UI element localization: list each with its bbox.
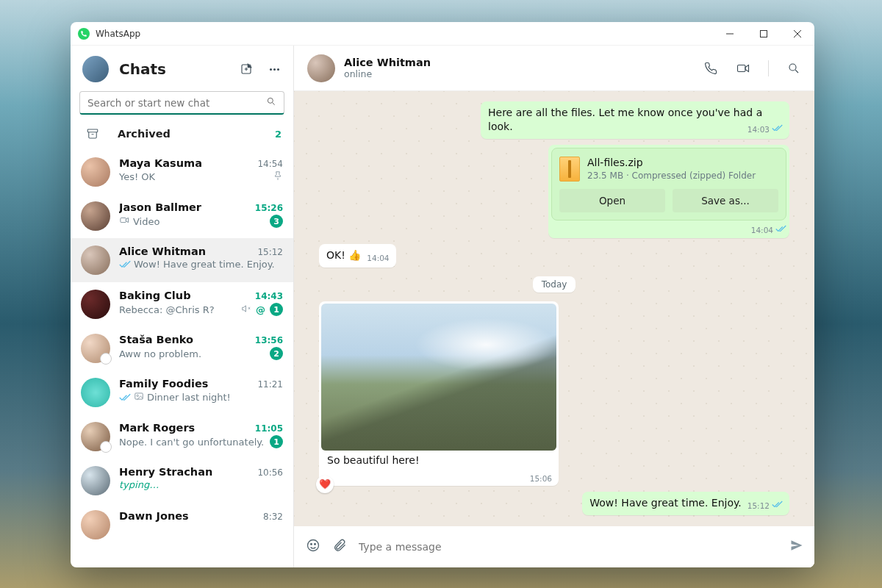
chat-preview: Video (133, 216, 159, 227)
archive-icon (85, 126, 100, 141)
chat-time: 15:26 (255, 203, 283, 213)
avatar (81, 510, 110, 539)
chat-item[interactable]: Family Foodies11:21 Dinner last night! (71, 370, 293, 415)
chat-item[interactable]: Staša Benko13:56 Aww no problem. 2 (71, 326, 293, 370)
new-chat-button[interactable] (239, 62, 254, 76)
message-file-out[interactable]: All-files.zip 23.5 MB · Compressed (zipp… (548, 145, 789, 238)
contact-status: online (344, 68, 431, 79)
photo-thumbnail[interactable] (321, 304, 556, 451)
chat-name: Jason Ballmer (119, 201, 201, 213)
chat-time: 13:56 (255, 335, 283, 345)
mention-icon: @ (256, 304, 265, 315)
archived-row[interactable]: Archived 2 (71, 118, 293, 150)
chat-item[interactable]: Dawn Jones8:32 (71, 503, 293, 547)
pin-icon (273, 171, 283, 183)
avatar (81, 245, 110, 275)
video-icon (119, 215, 130, 228)
read-ticks-icon (119, 393, 131, 402)
attach-button[interactable] (332, 538, 347, 556)
send-button[interactable] (789, 538, 804, 556)
search-input[interactable] (87, 97, 266, 109)
photo-caption: So beautiful here! (321, 451, 556, 469)
day-separator: Today (533, 276, 576, 293)
conversation-header[interactable]: Alice Whitman online (294, 46, 814, 91)
message-in[interactable]: OK! 👍 14:04 (319, 244, 396, 268)
sidebar: Chats Archived 2 (71, 46, 294, 567)
message-out[interactable]: Wow! Have great time. Enjoy. 15:12 (582, 492, 789, 515)
more-menu-button[interactable] (267, 62, 282, 76)
avatar (81, 290, 110, 319)
svg-rect-7 (738, 65, 746, 71)
voice-call-button[interactable] (703, 61, 718, 76)
read-ticks-icon (772, 501, 783, 511)
chat-item[interactable]: Jason Ballmer15:26 Video 3 (71, 194, 293, 238)
file-saveas-button[interactable]: Save as... (673, 189, 778, 212)
chat-name: Staša Benko (119, 334, 193, 345)
composer-input[interactable] (359, 541, 778, 553)
avatar (81, 466, 110, 495)
search-field[interactable] (79, 91, 284, 115)
svg-rect-0 (761, 30, 767, 37)
message-time: 15:12 (747, 501, 770, 511)
zip-file-icon (559, 157, 580, 182)
video-call-button[interactable] (736, 61, 750, 76)
avatar (81, 422, 110, 451)
whatsapp-logo-icon (78, 28, 90, 40)
chat-list[interactable]: Maya Kasuma14:54 Yes! OK Jason Ballmer15… (71, 150, 293, 567)
contact-avatar[interactable] (307, 54, 335, 82)
me-avatar[interactable] (82, 56, 109, 82)
sidebar-heading: Chats (119, 60, 166, 78)
chat-item[interactable]: Maya Kasuma14:54 Yes! OK (71, 150, 293, 194)
chat-preview: Rebecca: @Chris R? (119, 304, 215, 315)
unread-badge: 1 (270, 435, 283, 448)
message-text: OK! 👍 (326, 249, 361, 261)
file-name: All-files.zip (587, 156, 756, 170)
muted-icon (241, 304, 251, 316)
chat-time: 15:12 (257, 247, 283, 257)
message-out[interactable]: Here are all the files. Let me know once… (481, 101, 789, 139)
search-in-chat-button[interactable] (786, 61, 801, 76)
chat-item[interactable]: Henry Strachan10:56 typing… (71, 459, 293, 503)
window-close-button[interactable] (781, 22, 814, 46)
chat-time: 11:05 (255, 423, 283, 434)
window-maximize-button[interactable] (747, 22, 781, 46)
chat-item[interactable]: Alice Whitman15:12 Wow! Have great time.… (71, 238, 293, 282)
messages-area[interactable]: Here are all the files. Let me know once… (294, 91, 814, 526)
chat-name: Mark Rogers (119, 422, 195, 434)
chat-time: 11:21 (257, 379, 283, 390)
svg-point-10 (311, 544, 312, 545)
reaction-heart[interactable]: ❤️ (316, 476, 334, 493)
message-text: Wow! Have great time. Enjoy. (589, 497, 741, 509)
chat-item[interactable]: Mark Rogers11:05 Nope. I can't go unfort… (71, 415, 293, 459)
archived-label: Archived (118, 128, 171, 140)
chat-time: 8:32 (263, 512, 283, 522)
message-photo-in[interactable]: So beautiful here! 15:06 ❤️ (319, 301, 559, 485)
search-icon (266, 96, 276, 110)
avatar (81, 334, 110, 363)
chat-name: Dawn Jones (119, 510, 189, 522)
message-time: 14:04 (751, 225, 773, 235)
svg-point-8 (789, 64, 796, 71)
conversation-pane: Alice Whitman online Here are all the fi… (294, 46, 814, 567)
separator (768, 60, 769, 76)
svg-rect-3 (87, 129, 98, 132)
svg-point-11 (315, 544, 316, 545)
chat-preview: Wow! Have great time. Enjoy. (134, 259, 275, 270)
chat-time: 10:56 (257, 467, 283, 478)
unread-badge: 1 (270, 303, 283, 316)
chat-name: Henry Strachan (119, 466, 212, 478)
sidebar-header: Chats (71, 46, 293, 85)
svg-point-2 (268, 98, 273, 103)
archived-count: 2 (275, 129, 282, 140)
file-open-button[interactable]: Open (559, 189, 665, 212)
file-meta: 23.5 MB · Compressed (zipped) Folder (587, 170, 756, 182)
chat-name: Family Foodies (119, 378, 208, 390)
avatar (81, 378, 110, 407)
window-minimize-button[interactable] (713, 22, 747, 46)
read-ticks-icon (119, 260, 131, 269)
avatar (81, 157, 110, 187)
emoji-button[interactable] (306, 538, 320, 556)
chat-typing: typing… (119, 479, 159, 490)
chat-item[interactable]: Baking Club14:43 Rebecca: @Chris R? @ 1 (71, 282, 293, 326)
chat-preview: Aww no problem. (119, 348, 201, 359)
